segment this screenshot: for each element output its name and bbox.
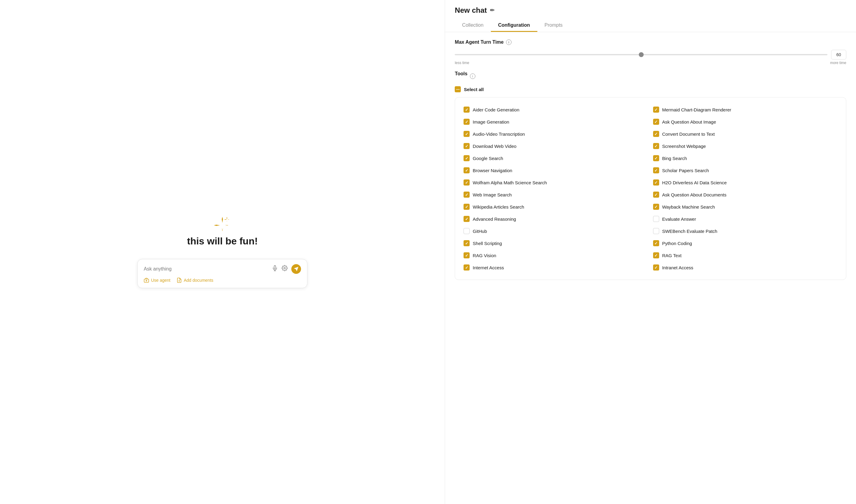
tool-checkbox-15[interactable] — [653, 192, 659, 198]
tool-item: Mermaid Chart-Diagram Renderer — [650, 104, 840, 116]
tool-checkbox-10[interactable] — [464, 167, 470, 173]
page-title: New chat — [455, 6, 487, 15]
microphone-icon[interactable] — [272, 265, 278, 273]
tool-label-13: H2O Driverless AI Data Science — [662, 180, 727, 185]
right-content: Max Agent Turn Time i 60 less time more … — [445, 32, 856, 504]
max-agent-info-icon[interactable]: i — [506, 39, 512, 45]
tool-checkbox-17[interactable] — [653, 204, 659, 210]
tool-item: Shell Scripting — [461, 237, 650, 249]
right-panel: New chat ✏ Collection Configuration Prom… — [445, 0, 856, 504]
select-all-checkbox[interactable] — [455, 86, 461, 92]
tool-item: GitHub — [461, 225, 650, 237]
tool-checkbox-1[interactable] — [653, 107, 659, 113]
right-header: New chat ✏ Collection Configuration Prom… — [445, 0, 856, 32]
tools-info-icon[interactable]: i — [470, 73, 476, 79]
tools-grid: Aider Code GenerationMermaid Chart-Diagr… — [461, 104, 840, 273]
tool-checkbox-8[interactable] — [464, 155, 470, 161]
tool-label-9: Bing Search — [662, 156, 687, 161]
chat-input[interactable] — [144, 266, 268, 272]
send-button[interactable] — [291, 264, 301, 274]
tool-label-6: Download Web Video — [472, 144, 516, 149]
tool-checkbox-0[interactable] — [464, 107, 470, 113]
tool-item: RAG Vision — [461, 249, 650, 262]
tool-item: Wolfram Alpha Math Science Search — [461, 176, 650, 188]
tool-item: Web Image Search — [461, 188, 650, 201]
tool-item: Google Search — [461, 152, 650, 164]
tool-item: Convert Document to Text — [650, 128, 840, 140]
tab-configuration[interactable]: Configuration — [491, 19, 537, 32]
svg-rect-0 — [274, 266, 276, 269]
tool-checkbox-21[interactable] — [653, 228, 659, 234]
edit-icon[interactable]: ✏ — [490, 7, 495, 14]
tool-label-7: Screenshot Webpage — [662, 144, 706, 149]
tool-checkbox-23[interactable] — [653, 240, 659, 246]
tabs: Collection Configuration Prompts — [455, 19, 846, 32]
tool-label-18: Advanced Reasoning — [472, 216, 516, 222]
tool-checkbox-3[interactable] — [653, 119, 659, 125]
select-all-row: Select all — [455, 86, 846, 92]
tool-checkbox-6[interactable] — [464, 143, 470, 149]
tool-checkbox-4[interactable] — [464, 131, 470, 137]
tool-checkbox-16[interactable] — [464, 204, 470, 210]
tool-label-23: Python Coding — [662, 241, 692, 246]
left-panel: this will be fun! — [0, 0, 445, 504]
fun-text: this will be fun! — [187, 236, 258, 247]
svg-rect-4 — [144, 279, 149, 282]
tool-checkbox-27[interactable] — [653, 265, 659, 271]
tool-checkbox-19[interactable] — [653, 216, 659, 222]
tool-label-15: Ask Question About Documents — [662, 192, 727, 197]
tool-item: Wayback Machine Search — [650, 201, 840, 213]
tool-checkbox-25[interactable] — [653, 252, 659, 258]
tool-label-8: Google Search — [472, 156, 503, 161]
tool-checkbox-12[interactable] — [464, 179, 470, 185]
tool-label-16: Wikipedia Articles Search — [472, 204, 524, 210]
tool-label-22: Shell Scripting — [472, 241, 502, 246]
tool-checkbox-7[interactable] — [653, 143, 659, 149]
tool-label-3: Ask Question About Image — [662, 119, 716, 125]
tab-prompts[interactable]: Prompts — [537, 19, 570, 32]
agent-turn-value: 60 — [831, 50, 846, 59]
tool-label-10: Browser Navigation — [472, 168, 512, 173]
agent-turn-slider[interactable] — [455, 54, 827, 55]
slider-more-label: more time — [830, 61, 846, 65]
svg-point-5 — [146, 280, 147, 281]
chat-input-box: Use agent Add documents — [137, 259, 307, 288]
tools-grid-container: Aider Code GenerationMermaid Chart-Diagr… — [455, 97, 846, 280]
tool-item: H2O Driverless AI Data Science — [650, 176, 840, 188]
tool-label-0: Aider Code Generation — [472, 107, 519, 112]
use-agent-button[interactable]: Use agent — [144, 277, 171, 283]
tool-item: Ask Question About Documents — [650, 188, 840, 201]
tool-checkbox-5[interactable] — [653, 131, 659, 137]
tools-header: Tools i — [455, 71, 846, 82]
settings-icon[interactable] — [282, 265, 288, 273]
tool-checkbox-2[interactable] — [464, 119, 470, 125]
tool-label-2: Image Generation — [472, 119, 509, 125]
tool-item: Browser Navigation — [461, 164, 650, 176]
tool-item: Advanced Reasoning — [461, 213, 650, 225]
tool-label-24: RAG Vision — [472, 253, 496, 258]
tool-checkbox-24[interactable] — [464, 252, 470, 258]
tool-checkbox-13[interactable] — [653, 179, 659, 185]
tool-item: Wikipedia Articles Search — [461, 201, 650, 213]
tool-label-17: Wayback Machine Search — [662, 204, 715, 210]
add-documents-button[interactable]: Add documents — [177, 277, 213, 283]
tab-collection[interactable]: Collection — [455, 19, 491, 32]
tool-checkbox-18[interactable] — [464, 216, 470, 222]
tool-label-4: Audio-Video Transcription — [472, 131, 525, 137]
tool-item: Ask Question About Image — [650, 116, 840, 128]
tool-item: Internet Access — [461, 262, 650, 273]
tool-checkbox-22[interactable] — [464, 240, 470, 246]
svg-point-3 — [284, 268, 286, 269]
tool-checkbox-11[interactable] — [653, 167, 659, 173]
tool-item: Audio-Video Transcription — [461, 128, 650, 140]
tool-label-25: RAG Text — [662, 253, 682, 258]
tool-item: Screenshot Webpage — [650, 140, 840, 152]
tool-item: RAG Text — [650, 249, 840, 262]
tool-checkbox-14[interactable] — [464, 192, 470, 198]
tool-label-19: Evaluate Answer — [662, 216, 696, 222]
tool-checkbox-9[interactable] — [653, 155, 659, 161]
tool-checkbox-20[interactable] — [464, 228, 470, 234]
tool-checkbox-26[interactable] — [464, 265, 470, 271]
tool-label-11: Scholar Papers Search — [662, 168, 709, 173]
tool-label-14: Web Image Search — [472, 192, 512, 197]
